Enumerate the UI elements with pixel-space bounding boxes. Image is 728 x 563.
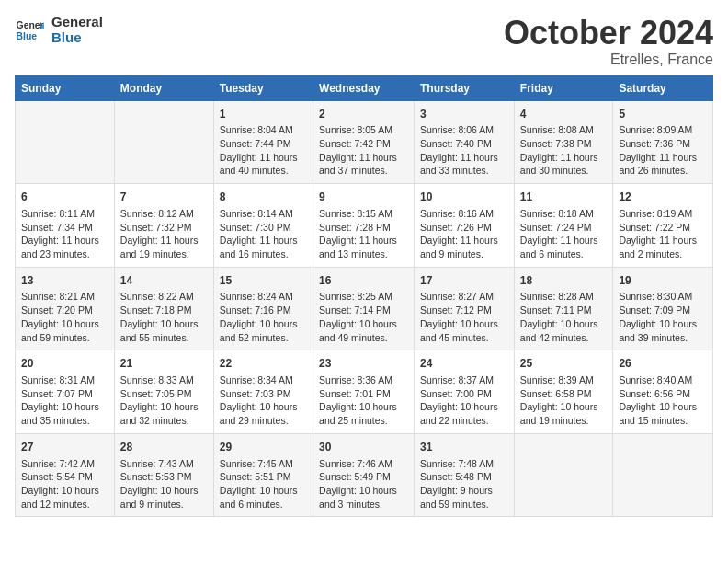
calendar-cell: 25Sunrise: 8:39 AM Sunset: 6:58 PM Dayli… [514, 350, 613, 434]
page-header: General Blue General Blue October 2024 E… [15, 15, 713, 68]
day-number: 6 [21, 190, 108, 205]
weekday-header-saturday: Saturday [613, 75, 713, 100]
day-info: Sunrise: 8:27 AM Sunset: 7:12 PM Dayligh… [420, 290, 508, 344]
calendar-cell: 3Sunrise: 8:06 AM Sunset: 7:40 PM Daylig… [415, 100, 515, 184]
day-number: 14 [120, 273, 208, 289]
day-number: 1 [220, 107, 307, 122]
day-number: 5 [619, 107, 707, 122]
day-number: 19 [619, 273, 707, 289]
day-number: 21 [120, 356, 208, 372]
calendar-cell: 10Sunrise: 8:16 AM Sunset: 7:26 PM Dayli… [415, 184, 515, 268]
day-info: Sunrise: 7:45 AM Sunset: 5:51 PM Dayligh… [220, 457, 307, 511]
calendar-cell: 18Sunrise: 8:28 AM Sunset: 7:11 PM Dayli… [514, 267, 613, 350]
day-info: Sunrise: 8:19 AM Sunset: 7:22 PM Dayligh… [619, 207, 707, 261]
weekday-header-row: SundayMondayTuesdayWednesdayThursdayFrid… [16, 75, 713, 100]
day-info: Sunrise: 8:04 AM Sunset: 7:44 PM Dayligh… [220, 123, 307, 178]
day-number: 24 [420, 356, 508, 372]
location-subtitle: Etrelles, France [504, 52, 713, 68]
calendar-cell: 7Sunrise: 8:12 AM Sunset: 7:32 PM Daylig… [114, 184, 213, 268]
day-number: 8 [220, 190, 307, 205]
weekday-header-wednesday: Wednesday [313, 75, 415, 100]
calendar-cell: 21Sunrise: 8:33 AM Sunset: 7:05 PM Dayli… [114, 350, 213, 434]
day-number: 13 [21, 273, 108, 289]
day-number: 4 [520, 107, 608, 122]
day-number: 25 [520, 356, 608, 372]
calendar-cell: 13Sunrise: 8:21 AM Sunset: 7:20 PM Dayli… [16, 267, 115, 350]
calendar-cell: 8Sunrise: 8:14 AM Sunset: 7:30 PM Daylig… [213, 184, 313, 268]
calendar-week-1: 6Sunrise: 8:11 AM Sunset: 7:34 PM Daylig… [16, 184, 713, 268]
day-info: Sunrise: 8:37 AM Sunset: 7:00 PM Dayligh… [420, 373, 508, 428]
day-number: 10 [420, 190, 508, 205]
logo-icon: General Blue [15, 16, 44, 45]
calendar-cell: 31Sunrise: 7:48 AM Sunset: 5:48 PM Dayli… [415, 433, 515, 517]
calendar-cell: 26Sunrise: 8:40 AM Sunset: 6:56 PM Dayli… [613, 350, 713, 434]
calendar-cell [514, 433, 613, 517]
day-info: Sunrise: 8:33 AM Sunset: 7:05 PM Dayligh… [120, 373, 208, 428]
day-info: Sunrise: 7:42 AM Sunset: 5:54 PM Dayligh… [21, 457, 108, 511]
day-info: Sunrise: 8:05 AM Sunset: 7:42 PM Dayligh… [319, 123, 408, 178]
day-number: 3 [420, 107, 508, 122]
weekday-header-friday: Friday [514, 75, 613, 100]
day-info: Sunrise: 8:40 AM Sunset: 6:56 PM Dayligh… [619, 373, 707, 428]
month-title: October 2024 [504, 15, 713, 52]
day-number: 15 [220, 273, 307, 289]
day-number: 29 [220, 440, 307, 455]
day-number: 18 [520, 273, 608, 289]
day-info: Sunrise: 8:34 AM Sunset: 7:03 PM Dayligh… [220, 373, 307, 428]
calendar-cell: 1Sunrise: 8:04 AM Sunset: 7:44 PM Daylig… [213, 100, 313, 184]
calendar-cell: 27Sunrise: 7:42 AM Sunset: 5:54 PM Dayli… [16, 433, 115, 517]
calendar-cell: 28Sunrise: 7:43 AM Sunset: 5:53 PM Dayli… [114, 433, 213, 517]
day-info: Sunrise: 8:21 AM Sunset: 7:20 PM Dayligh… [21, 290, 108, 344]
calendar-cell: 14Sunrise: 8:22 AM Sunset: 7:18 PM Dayli… [114, 267, 213, 350]
calendar-week-3: 20Sunrise: 8:31 AM Sunset: 7:07 PM Dayli… [16, 350, 713, 434]
calendar-cell: 24Sunrise: 8:37 AM Sunset: 7:00 PM Dayli… [415, 350, 515, 434]
calendar-cell: 6Sunrise: 8:11 AM Sunset: 7:34 PM Daylig… [16, 184, 115, 268]
calendar-cell: 12Sunrise: 8:19 AM Sunset: 7:22 PM Dayli… [613, 184, 713, 268]
calendar-cell: 22Sunrise: 8:34 AM Sunset: 7:03 PM Dayli… [213, 350, 313, 434]
weekday-header-sunday: Sunday [16, 75, 115, 100]
calendar-cell: 20Sunrise: 8:31 AM Sunset: 7:07 PM Dayli… [16, 350, 115, 434]
day-number: 2 [319, 107, 408, 122]
calendar-cell [114, 100, 213, 184]
calendar-cell: 23Sunrise: 8:36 AM Sunset: 7:01 PM Dayli… [313, 350, 415, 434]
day-number: 26 [619, 356, 707, 372]
day-info: Sunrise: 8:30 AM Sunset: 7:09 PM Dayligh… [619, 290, 707, 344]
weekday-header-monday: Monday [114, 75, 213, 100]
day-info: Sunrise: 7:48 AM Sunset: 5:48 PM Dayligh… [420, 457, 508, 511]
calendar-cell: 2Sunrise: 8:05 AM Sunset: 7:42 PM Daylig… [313, 100, 415, 184]
weekday-header-thursday: Thursday [415, 75, 515, 100]
day-info: Sunrise: 7:46 AM Sunset: 5:49 PM Dayligh… [319, 457, 408, 511]
calendar-table: SundayMondayTuesdayWednesdayThursdayFrid… [15, 75, 713, 518]
day-number: 30 [319, 440, 408, 455]
calendar-cell [613, 433, 713, 517]
day-number: 16 [319, 273, 408, 289]
day-info: Sunrise: 8:15 AM Sunset: 7:28 PM Dayligh… [319, 207, 408, 261]
logo: General Blue General Blue [15, 15, 103, 45]
day-info: Sunrise: 8:31 AM Sunset: 7:07 PM Dayligh… [21, 373, 108, 428]
svg-text:Blue: Blue [17, 30, 38, 40]
svg-text:General: General [17, 20, 44, 30]
day-number: 23 [319, 356, 408, 372]
day-info: Sunrise: 8:14 AM Sunset: 7:30 PM Dayligh… [220, 207, 307, 261]
day-number: 28 [120, 440, 208, 455]
day-info: Sunrise: 7:43 AM Sunset: 5:53 PM Dayligh… [120, 457, 208, 511]
calendar-cell: 30Sunrise: 7:46 AM Sunset: 5:49 PM Dayli… [313, 433, 415, 517]
day-info: Sunrise: 8:11 AM Sunset: 7:34 PM Dayligh… [21, 207, 108, 261]
calendar-cell: 5Sunrise: 8:09 AM Sunset: 7:36 PM Daylig… [613, 100, 713, 184]
day-number: 7 [120, 190, 208, 205]
day-number: 31 [420, 440, 508, 455]
day-info: Sunrise: 8:12 AM Sunset: 7:32 PM Dayligh… [120, 207, 208, 261]
day-number: 20 [21, 356, 108, 372]
day-info: Sunrise: 8:36 AM Sunset: 7:01 PM Dayligh… [319, 373, 408, 428]
calendar-cell: 17Sunrise: 8:27 AM Sunset: 7:12 PM Dayli… [415, 267, 515, 350]
day-info: Sunrise: 8:18 AM Sunset: 7:24 PM Dayligh… [520, 207, 608, 261]
calendar-cell: 15Sunrise: 8:24 AM Sunset: 7:16 PM Dayli… [213, 267, 313, 350]
calendar-cell: 19Sunrise: 8:30 AM Sunset: 7:09 PM Dayli… [613, 267, 713, 350]
day-number: 27 [21, 440, 108, 455]
day-number: 12 [619, 190, 707, 205]
day-info: Sunrise: 8:08 AM Sunset: 7:38 PM Dayligh… [520, 123, 608, 178]
day-number: 17 [420, 273, 508, 289]
day-number: 11 [520, 190, 608, 205]
day-info: Sunrise: 8:16 AM Sunset: 7:26 PM Dayligh… [420, 207, 508, 261]
title-area: October 2024 Etrelles, France [504, 15, 713, 68]
